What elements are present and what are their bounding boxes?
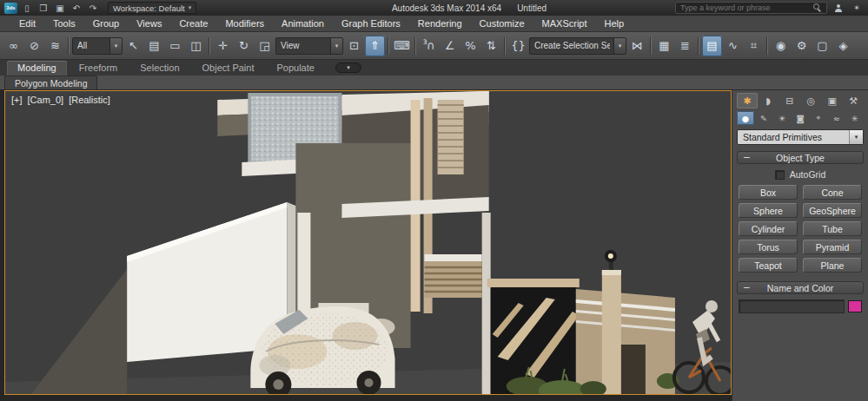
snaps-toggle-button[interactable]: 3 ∩	[419, 36, 439, 56]
tab-selection[interactable]: Selection	[129, 61, 189, 76]
category-systems[interactable]: ✳	[846, 111, 864, 125]
autogrid-checkbox[interactable]	[775, 170, 785, 180]
sign-in-button[interactable]	[832, 2, 845, 14]
menu-maxscript[interactable]: MAXScript	[533, 16, 596, 31]
tab-modeling[interactable]: Modeling	[7, 61, 67, 76]
favorites-button[interactable]: ✶	[850, 2, 864, 14]
viewport-general-menu[interactable]: [+]	[11, 95, 23, 105]
tab-display[interactable]: ▣	[822, 93, 843, 108]
name-and-color-rollout-header[interactable]: − Name and Color	[737, 281, 864, 294]
menu-group[interactable]: Group	[84, 16, 129, 31]
reference-coordinate-system-dropdown[interactable]: View ▾	[275, 37, 343, 55]
workspace-dropdown[interactable]: Workspace: Default ▾	[108, 2, 196, 14]
unlink-icon: ⊘	[30, 39, 39, 52]
torus-button[interactable]: Torus	[739, 240, 798, 254]
app-title: Autodesk 3ds Max 2014 x64	[392, 3, 501, 13]
select-and-rotate-button[interactable]: ↻	[234, 36, 254, 56]
select-and-manipulate-button[interactable]: ⇑	[365, 36, 385, 56]
primitive-category-value: Standard Primitives	[743, 132, 849, 142]
unlink-selection-button[interactable]: ⊘	[24, 36, 44, 56]
tube-button[interactable]: Tube	[803, 221, 862, 236]
tab-freeform[interactable]: Freeform	[69, 61, 129, 76]
select-and-move-button[interactable]: ✛	[213, 36, 233, 56]
select-and-link-button[interactable]: ∞	[3, 36, 23, 56]
search-input[interactable]	[680, 3, 810, 12]
select-by-name-button[interactable]: ▤	[144, 36, 164, 56]
app-logo-icon[interactable]: 3ds	[4, 3, 17, 14]
category-space-warps[interactable]: ≈	[828, 111, 845, 125]
command-panel: ✱ ◗ ⊟ ◎ ▣ ⚒ ● ✎ ☀ ◙ ⌖ ≈ ✳ Standard Primi…	[732, 90, 868, 401]
menu-modifiers[interactable]: Modifiers	[216, 16, 273, 31]
viewport-scene[interactable]	[5, 91, 731, 394]
rectangular-selection-region-button[interactable]: ▭	[165, 36, 185, 56]
tab-object-paint[interactable]: Object Paint	[192, 61, 265, 76]
menu-views[interactable]: Views	[128, 16, 170, 31]
primitive-category-dropdown[interactable]: Standard Primitives ▾	[737, 129, 864, 145]
menu-edit[interactable]: Edit	[10, 16, 44, 31]
select-and-scale-button[interactable]: ◲	[255, 36, 275, 56]
window-crossing-toggle[interactable]: ◫	[186, 36, 206, 56]
spinner-snap-toggle[interactable]: ⇅	[481, 36, 501, 56]
plane-button[interactable]: Plane	[803, 258, 862, 273]
geosphere-button[interactable]: GeoSphere	[803, 203, 862, 218]
tab-motion[interactable]: ◎	[801, 93, 822, 108]
menu-create[interactable]: Create	[170, 16, 216, 31]
help-search-box[interactable]	[675, 2, 827, 14]
menu-tools[interactable]: Tools	[44, 16, 84, 31]
save-file-button[interactable]: ▣	[53, 2, 67, 14]
percent-snap-toggle[interactable]: %	[461, 36, 480, 56]
new-scene-button[interactable]: ▯	[20, 2, 34, 14]
menu-animation[interactable]: Animation	[273, 16, 333, 31]
schematic-view-button[interactable]: ⌗	[744, 36, 764, 56]
camera-viewport[interactable]: [+] [Cam_0] [Realistic]	[4, 90, 732, 395]
edit-named-selection-sets-button[interactable]: {}	[508, 36, 528, 56]
category-helpers[interactable]: ⌖	[810, 111, 827, 125]
select-object-button[interactable]: ↖	[123, 36, 143, 56]
tab-utilities[interactable]: ⚒	[844, 93, 865, 108]
use-pivot-point-center-button[interactable]: ⊡	[344, 36, 364, 56]
material-editor-button[interactable]: ◉	[771, 36, 791, 56]
shapes-icon: ✎	[760, 114, 767, 123]
viewport-shading-menu[interactable]: [Realistic]	[69, 95, 110, 105]
rendered-frame-window-button[interactable]: ▢	[812, 36, 832, 56]
redo-button[interactable]: ↷	[86, 2, 100, 14]
layer-manager-button[interactable]: ≣	[675, 36, 695, 56]
tab-polygon-modeling[interactable]: Polygon Modeling	[4, 76, 97, 89]
cone-button[interactable]: Cone	[803, 185, 862, 200]
viewport-pov-menu[interactable]: [Cam_0]	[28, 95, 64, 105]
selection-filter-dropdown[interactable]: All ▾	[72, 37, 123, 55]
object-color-swatch[interactable]	[848, 300, 862, 312]
angle-snap-toggle[interactable]: ∠	[440, 36, 460, 56]
bind-to-space-warp-button[interactable]: ≋	[45, 36, 65, 56]
pyramid-button[interactable]: Pyramid	[803, 240, 862, 254]
open-file-button[interactable]: ❒	[36, 2, 50, 14]
tab-populate[interactable]: Populate	[266, 61, 324, 76]
ribbon-toggle-button[interactable]: ▤	[702, 36, 722, 56]
keyboard-shortcut-override-toggle[interactable]: ⌨	[392, 36, 412, 56]
menu-customize[interactable]: Customize	[471, 16, 533, 31]
curve-editor-button[interactable]: ∿	[723, 36, 743, 56]
object-name-field[interactable]	[739, 299, 845, 313]
category-cameras[interactable]: ◙	[792, 111, 809, 125]
box-button[interactable]: Box	[739, 185, 798, 200]
teapot-button[interactable]: Teapot	[739, 258, 798, 273]
named-selection-sets-dropdown[interactable]: Create Selection Se ▾	[529, 37, 626, 55]
cylinder-button[interactable]: Cylinder	[739, 221, 798, 236]
tab-modify[interactable]: ◗	[759, 93, 779, 108]
menu-rendering[interactable]: Rendering	[409, 16, 471, 31]
render-setup-button[interactable]: ⚙	[792, 36, 812, 56]
category-shapes[interactable]: ✎	[755, 111, 772, 125]
render-production-button[interactable]: ◈	[833, 36, 853, 56]
tab-hierarchy[interactable]: ⊟	[779, 93, 800, 108]
undo-button[interactable]: ↶	[70, 2, 83, 14]
object-type-rollout-header[interactable]: − Object Type	[737, 151, 864, 164]
menu-help[interactable]: Help	[596, 16, 633, 31]
align-button[interactable]: ▦	[654, 36, 674, 56]
ribbon-minimize-button[interactable]: ▾	[335, 62, 361, 73]
category-geometry[interactable]: ●	[737, 111, 754, 125]
mirror-button[interactable]: ⋈	[627, 36, 647, 56]
tab-create[interactable]: ✱	[737, 93, 758, 108]
menu-graph-editors[interactable]: Graph Editors	[333, 16, 409, 31]
category-lights[interactable]: ☀	[773, 111, 791, 125]
sphere-button[interactable]: Sphere	[739, 203, 798, 218]
